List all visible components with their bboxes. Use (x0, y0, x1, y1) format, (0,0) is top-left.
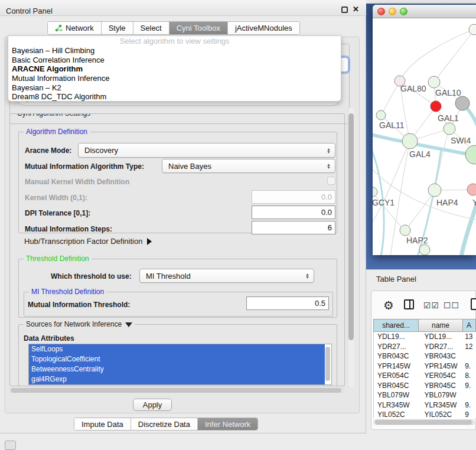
node-label: HAP4 (436, 198, 458, 207)
tab-infer-network[interactable]: Infer Network (198, 418, 257, 430)
new-table-icon[interactable] (471, 298, 476, 310)
select-all-checkboxes-icon[interactable]: ☑☑ (423, 301, 439, 310)
which-threshold-select[interactable]: MI Threshold ▲▼ (139, 269, 314, 283)
tab-discretize-data[interactable]: Discretize Data (131, 418, 198, 430)
mi-steps-input[interactable]: 6 (252, 221, 335, 234)
dropdown-item[interactable]: Bayesian – Hill Climbing (8, 46, 341, 56)
network-node-gal4[interactable] (402, 133, 418, 149)
settings-horizontal-scrollbar[interactable] (9, 387, 345, 393)
manual-kernel-checkbox[interactable] (327, 177, 335, 185)
columns-icon[interactable] (404, 299, 414, 309)
network-node-gcy1[interactable] (373, 187, 377, 197)
network-node-pink[interactable] (467, 184, 476, 195)
scrollbar-thumb[interactable] (348, 113, 354, 340)
table-row[interactable]: YER054CYER054C8. (374, 371, 476, 381)
column-header-shared-name[interactable]: shared... (373, 319, 419, 332)
manual-kernel-label: Manual Kernel Width Definition (25, 178, 129, 186)
list-item[interactable]: BetweennessCentrality (29, 364, 325, 374)
network-node-hap4[interactable] (428, 184, 441, 197)
table-panel-title: Table Panel (376, 275, 416, 283)
network-node-gal11[interactable] (376, 110, 386, 120)
apply-button[interactable]: Apply (133, 399, 172, 411)
table-row[interactable]: YDL19...YDL19...13 (374, 332, 476, 342)
node-label: GAL1 (438, 113, 459, 123)
network-node[interactable] (469, 24, 476, 35)
network-window-titlebar[interactable] (373, 5, 476, 18)
tab-network[interactable]: Network (48, 22, 102, 34)
close-panel-icon[interactable]: ✕ (353, 5, 359, 14)
sources-group-title[interactable]: Sources for Network Inference (24, 320, 135, 328)
table-row[interactable]: YBR043CYBR043C (374, 351, 476, 361)
collapse-arrow-icon (125, 322, 132, 327)
data-attributes-label: Data Attributes (24, 334, 74, 343)
combo-arrows-icon: ▲▼ (305, 273, 309, 279)
table-row[interactable]: YDR27...YDR27...12 (374, 342, 476, 352)
gear-icon[interactable]: ⚙ (383, 298, 394, 312)
list-item[interactable]: TopologicalCoefficient (29, 354, 325, 364)
dropdown-item[interactable]: Basic Correlation Inference (8, 56, 341, 65)
tab-cyni-toolbox[interactable]: Cyni Toolbox (169, 22, 228, 34)
bottom-tabbar: Impute Data Discretize Data Infer Networ… (74, 418, 258, 431)
network-node-gray[interactable] (455, 96, 470, 110)
list-item[interactable]: gal4RGexp (29, 374, 325, 384)
mi-type-select[interactable]: Naive Bayes ▲▼ (162, 159, 335, 173)
node-label: Y (472, 198, 476, 207)
network-view-window: GAL80 GAL10 GAL1 GAL11 SWI4 GAL4 GCY1 HA… (373, 5, 476, 255)
combo-arrows-icon: ▲▼ (327, 163, 331, 169)
table-row[interactable]: YLR345WYLR345W9. (374, 400, 476, 410)
network-node-gal1[interactable] (444, 123, 455, 135)
table-horizontal-scrollbar[interactable] (373, 419, 475, 425)
network-node-red[interactable] (431, 101, 441, 112)
kernel-width-label: Kernel Width (0,1): (25, 194, 87, 202)
tab-style[interactable]: Style (102, 22, 133, 34)
combo-arrows-icon: ▲▼ (327, 148, 331, 154)
table-row[interactable]: YIL052CYIL052C9 (374, 410, 476, 418)
zoom-window-icon[interactable] (400, 8, 407, 15)
minimize-window-icon[interactable] (389, 8, 396, 15)
column-header-partial[interactable]: A (463, 319, 476, 332)
scrollbar-thumb[interactable] (11, 388, 341, 393)
tab-jactivemnodules[interactable]: jActiveMNodules (228, 22, 299, 34)
tab-impute-data[interactable]: Impute Data (74, 418, 131, 430)
aracne-mode-select[interactable]: Discovery ▲▼ (78, 143, 335, 158)
tab-select[interactable]: Select (133, 22, 169, 34)
algorithm-dropdown-popup: Select algorithm to view settings Bayesi… (8, 35, 341, 102)
dropdown-item[interactable]: Dream8 DC_TDC Algorithm (8, 92, 341, 102)
network-icon (55, 24, 63, 32)
network-node-gal10[interactable] (428, 76, 440, 88)
dropdown-item[interactable]: Mutual Information Inference (8, 74, 341, 83)
settings-vertical-scrollbar[interactable] (347, 107, 354, 387)
column-header-name[interactable]: name (419, 319, 463, 332)
list-item[interactable]: SelfLoops (29, 344, 325, 354)
hub-definition-toggle[interactable]: Hub/Transcription Factor Definition (24, 237, 152, 246)
dropdown-item-selected[interactable]: ARACNE Algorithm (8, 64, 341, 74)
table-row[interactable]: YBR045CYBR045C9. (374, 381, 476, 391)
cyni-algorithm-settings-group: Cyni Algorithm Settings Algorithm Defini… (9, 113, 345, 386)
mi-type-label: Mutual Information Algorithm Type: (25, 162, 144, 171)
application-root: Control Panel ✕ Network Style Select Cyn… (0, 0, 476, 450)
scrollbar-thumb[interactable] (375, 420, 472, 425)
data-attributes-list[interactable]: SelfLoops TopologicalCoefficient Between… (28, 344, 332, 385)
network-node-hap2[interactable] (400, 225, 410, 236)
dropdown-item[interactable]: Bayesian – K2 (8, 83, 341, 93)
cyni-algorithm-settings-title: Cyni Algorithm Settings (15, 113, 93, 118)
unselect-all-checkboxes-icon[interactable]: ☐☐ (444, 301, 459, 310)
float-panel-icon[interactable] (341, 6, 348, 13)
table-row[interactable]: YBL079WYBL079W (374, 390, 476, 400)
table-row[interactable]: YPR145WYPR145W9. (374, 361, 476, 371)
dock-panel-icon[interactable] (5, 441, 16, 450)
network-node[interactable] (419, 244, 430, 255)
network-node-swi4[interactable] (465, 145, 476, 164)
table-body[interactable]: YDL19...YDL19...13 YDR27...YDR27...12 YB… (373, 332, 476, 418)
dpi-tolerance-input[interactable]: 0.0 (252, 206, 335, 219)
mi-threshold-group-title: MI Threshold Definition (29, 288, 106, 296)
close-window-icon[interactable] (377, 8, 385, 15)
list-scrollbar[interactable] (325, 347, 330, 381)
kernel-width-input[interactable]: 0.0 (252, 190, 335, 204)
node-label: GAL4 (409, 149, 431, 159)
node-label: GCY1 (373, 198, 395, 207)
algorithm-definition-title: Algorithm Definition (24, 128, 90, 136)
network-canvas[interactable]: GAL80 GAL10 GAL1 GAL11 SWI4 GAL4 GCY1 HA… (373, 18, 476, 255)
dropdown-placeholder: Select algorithm to view settings (8, 36, 341, 46)
mi-threshold-input[interactable]: 0.5 (246, 296, 329, 310)
